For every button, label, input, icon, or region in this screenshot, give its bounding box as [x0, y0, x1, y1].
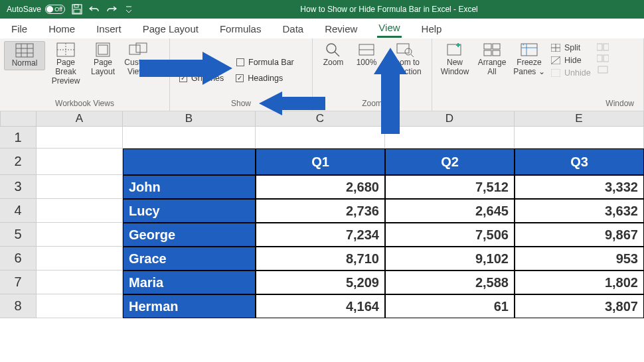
freeze-panes-button[interactable]: * Freeze Panes ⌄	[511, 41, 548, 78]
cell[interactable]: 9,102	[385, 247, 515, 271]
window-group-label: Window	[436, 99, 639, 109]
page-layout-button[interactable]: Page Layout	[86, 41, 120, 78]
cell[interactable]	[37, 294, 123, 318]
svg-point-16	[327, 44, 336, 53]
cell[interactable]: 61	[385, 294, 515, 318]
checkbox-icon: ✓	[236, 74, 244, 82]
select-all-corner[interactable]	[0, 111, 37, 127]
save-icon[interactable]	[72, 4, 82, 15]
tab-home[interactable]: Home	[47, 21, 76, 37]
row-header[interactable]: 3	[0, 175, 37, 199]
arrange-all-button[interactable]: Arrange All	[473, 41, 511, 78]
tab-data[interactable]: Data	[281, 21, 305, 37]
redo-icon[interactable]	[106, 4, 117, 15]
hide-button[interactable]: Hide	[550, 55, 592, 66]
autosave-toggle[interactable]: AutoSave Off	[7, 5, 65, 14]
cell[interactable]	[37, 223, 123, 247]
tab-review[interactable]: Review	[323, 21, 359, 37]
svg-line-17	[335, 52, 339, 56]
tab-insert[interactable]: Insert	[95, 21, 123, 37]
cell[interactable]: 7,512	[385, 175, 515, 199]
column-header[interactable]: B	[123, 111, 256, 127]
cell[interactable]: Q1	[256, 149, 385, 175]
cell[interactable]: John	[123, 175, 256, 199]
ribbon: Normal Page Break Preview Page Layout Cu…	[0, 38, 644, 111]
row-header[interactable]: 2	[0, 149, 37, 175]
svg-rect-15	[136, 43, 147, 52]
tab-formulas[interactable]: Formulas	[218, 21, 263, 37]
cell[interactable]: Lucy	[123, 199, 256, 223]
row-header[interactable]: 8	[0, 294, 37, 318]
svg-rect-2	[74, 9, 80, 13]
cell[interactable]: 2,588	[385, 271, 515, 294]
cell[interactable]: Q3	[515, 149, 644, 175]
cell[interactable]: Herman	[123, 294, 256, 318]
headings-checkbox[interactable]: ✓ Headings	[233, 72, 285, 85]
normal-view-button[interactable]: Normal	[4, 41, 45, 70]
cell[interactable]: 2,645	[385, 199, 515, 223]
cell[interactable]	[37, 149, 123, 175]
cell[interactable]	[37, 271, 123, 294]
cell[interactable]: 7,506	[385, 223, 515, 247]
cell[interactable]: 3,807	[515, 294, 644, 318]
cell[interactable]	[123, 149, 256, 175]
cell[interactable]: 2,736	[256, 199, 385, 223]
row-header[interactable]: 4	[0, 199, 37, 223]
workbook-views-group-label: Workbook Views	[4, 99, 165, 109]
cell[interactable]: 8,710	[256, 247, 385, 271]
spreadsheet[interactable]: ABCDE 12Q1Q2Q33John2,6807,5123,3324Lucy2…	[0, 111, 644, 318]
row-header[interactable]: 6	[0, 247, 37, 271]
checkbox-icon	[236, 58, 244, 66]
new-window-button[interactable]: New Window	[436, 41, 473, 78]
row-header[interactable]: 1	[0, 127, 37, 149]
cell[interactable]: 3,632	[515, 199, 644, 223]
column-header[interactable]: E	[515, 111, 644, 127]
cell[interactable]: 4,164	[256, 294, 385, 318]
zoom-button[interactable]: Zoom	[317, 41, 350, 69]
tab-page-layout[interactable]: Page Layout	[141, 21, 200, 37]
svg-rect-39	[551, 69, 560, 77]
cell[interactable]	[123, 127, 256, 149]
row-header[interactable]: 7	[0, 271, 37, 294]
title-bar: AutoSave Off How to Show or Hide Formula…	[0, 0, 644, 19]
cell[interactable]: Maria	[123, 271, 256, 294]
column-header[interactable]: A	[37, 111, 123, 127]
svg-rect-28	[484, 50, 491, 56]
row-header[interactable]: 5	[0, 223, 37, 247]
tab-help[interactable]: Help	[420, 21, 443, 37]
split-button[interactable]: Split	[550, 42, 592, 53]
tab-view[interactable]: View	[377, 19, 401, 38]
unhide-button: Unhide	[550, 68, 592, 78]
qat-dropdown-icon[interactable]	[123, 4, 134, 15]
document-title: How to Show or Hide Formula Bar in Excel…	[134, 5, 644, 14]
page-break-preview-button[interactable]: Page Break Preview	[45, 41, 86, 87]
svg-rect-26	[484, 44, 491, 49]
cell[interactable]	[37, 127, 123, 149]
formula-bar-checkbox[interactable]: Formula Bar	[234, 56, 297, 69]
cell[interactable]: 2,680	[256, 175, 385, 199]
cell[interactable]	[256, 127, 385, 149]
svg-rect-27	[493, 44, 500, 49]
undo-icon[interactable]	[89, 4, 100, 15]
cell[interactable]	[515, 127, 644, 149]
cell[interactable]	[37, 247, 123, 271]
cell[interactable]: George	[123, 223, 256, 247]
annotation-arrow-up	[374, 48, 407, 134]
ribbon-tabs: File Home Insert Page Layout Formulas Da…	[0, 19, 644, 38]
cell[interactable]: 5,209	[256, 271, 385, 294]
cell[interactable]: Q2	[385, 149, 515, 175]
cell[interactable]: 3,332	[515, 175, 644, 199]
svg-rect-43	[604, 55, 609, 62]
cell[interactable]: 953	[515, 247, 644, 271]
cell[interactable]	[37, 199, 123, 223]
cell[interactable]: 7,234	[256, 223, 385, 247]
tab-file[interactable]: File	[10, 21, 29, 37]
cell[interactable]	[37, 175, 123, 199]
cell[interactable]: 1,802	[515, 271, 644, 294]
cell[interactable]: Grace	[123, 247, 256, 271]
autosave-switch[interactable]: Off	[45, 5, 65, 14]
cell[interactable]: 9,867	[515, 223, 644, 247]
zoom-group-label: Zoom	[317, 99, 428, 109]
svg-rect-4	[16, 44, 33, 57]
svg-line-38	[552, 57, 560, 64]
